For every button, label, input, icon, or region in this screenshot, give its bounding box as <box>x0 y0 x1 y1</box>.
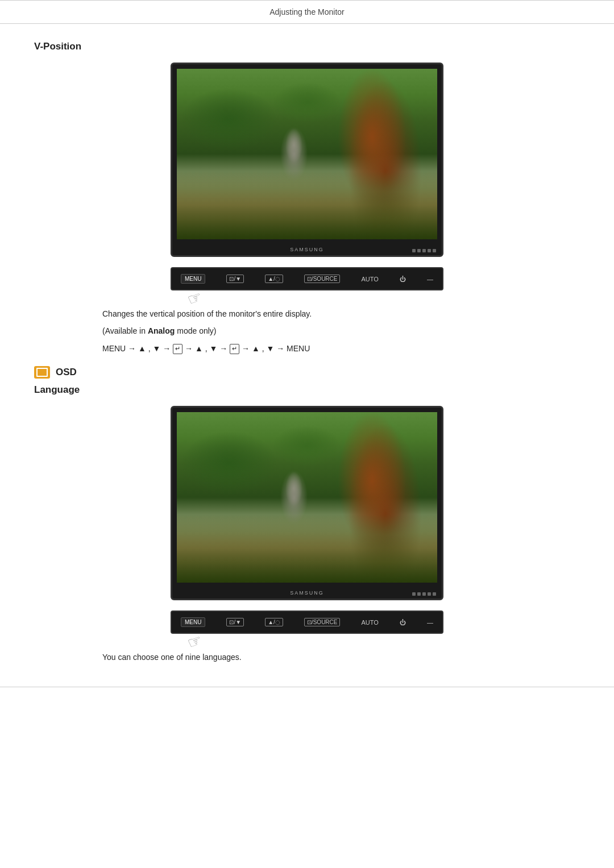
osd-menu-label: MENU <box>185 276 201 282</box>
osd-btn1: ⊡/▼ <box>226 275 244 283</box>
monitor-brand-1: SAMSUNG <box>290 247 324 252</box>
monitor-brand-2: SAMSUNG <box>290 590 324 596</box>
language-section: Language SAMSUNG <box>34 384 580 663</box>
osd-section-icon <box>34 366 50 379</box>
page-footer <box>0 687 614 687</box>
monitor-screen-1 <box>177 69 437 239</box>
osd-menu-btn: MENU <box>181 274 205 284</box>
page-title: Adjusting the Monitor <box>269 7 345 16</box>
osd-btn2: ▲/◌ <box>265 275 283 283</box>
language-heading: Language <box>34 384 580 396</box>
osd-bar-inner-1: MENU ⊡/▼ ▲/◌ ⊡/SOURCE AUTO <box>181 274 433 284</box>
vposition-heading: V-Position <box>34 41 580 52</box>
osd-section-header: OSD <box>34 366 580 379</box>
osd-btn6: — <box>427 276 433 283</box>
vposition-section: V-Position SAMSUNG <box>34 41 580 355</box>
vposition-menu-sequence: MENU → ▲ , ▼ → ↵ → ▲ , ▼ → ↵ → ▲ , ▼ → M… <box>102 342 546 355</box>
osd-bar-wrap-2: MENU ⊡/▼ ▲/◌ ⊡/SOURCE AUTO <box>34 610 580 634</box>
osd-bar-inner-2: MENU ⊡/▼ ▲/◌ ⊡/SOURCE AUTO <box>181 617 433 627</box>
vposition-monitor-image: SAMSUNG <box>34 63 580 257</box>
osd-btn3-icon: ⊡/SOURCE <box>304 275 341 283</box>
osd-menu-label-2: MENU <box>185 619 201 625</box>
language-monitor-image: SAMSUNG <box>34 406 580 600</box>
monitor-frame-2: SAMSUNG <box>171 406 443 600</box>
osd-auto-label-2: AUTO <box>362 619 379 626</box>
monitor-screen-2 <box>177 412 437 583</box>
vposition-desc: Changes the vertical position of the mon… <box>102 308 546 320</box>
vposition-description-block: Changes the vertical position of the mon… <box>102 308 546 355</box>
osd-bar-wrap-1: MENU ⊡/▼ ▲/◌ ⊡/SOURCE AUTO <box>34 267 580 290</box>
osd-btn3-2: ⊡/SOURCE <box>304 618 341 626</box>
osd-btn5: ⏻ <box>400 276 406 283</box>
osd-btn4-2: AUTO <box>362 619 379 626</box>
osd-btn6-2: — <box>427 619 433 626</box>
osd-btn1-2: ⊡/▼ <box>226 618 244 626</box>
monitor-frame-1: SAMSUNG <box>171 63 443 257</box>
osd-bar-2: MENU ⊡/▼ ▲/◌ ⊡/SOURCE AUTO <box>171 610 443 634</box>
osd-btn4: AUTO <box>362 276 379 283</box>
osd-btn2-icon: ▲/◌ <box>265 275 283 283</box>
osd-btn2-icon-2: ▲/◌ <box>265 618 283 626</box>
osd-btn2-2: ▲/◌ <box>265 618 283 626</box>
osd-btn5-2: ⏻ <box>400 619 406 626</box>
osd-power-icon: ⏻ <box>400 276 406 283</box>
osd-btn3: ⊡/SOURCE <box>304 275 341 283</box>
osd-btn3-icon-2: ⊡/SOURCE <box>304 618 341 626</box>
language-desc: You can choose one of nine languages. <box>102 651 546 663</box>
osd-btn1-icon: ⊡/▼ <box>226 275 244 283</box>
nature-scene-2 <box>177 412 437 583</box>
page-header: Adjusting the Monitor <box>0 0 614 24</box>
nature-scene-1 <box>177 69 437 239</box>
monitor-controls-1 <box>412 249 436 252</box>
osd-section-label: OSD <box>56 367 77 378</box>
monitor-controls-2 <box>412 592 436 596</box>
osd-menu-btn-2: MENU <box>181 617 205 627</box>
vposition-analog-note: (Available in Analog mode only) <box>102 325 546 337</box>
enter-icon-2: ↵ <box>230 344 239 354</box>
language-description-block: You can choose one of nine languages. <box>102 651 546 663</box>
enter-icon-1: ↵ <box>173 344 182 354</box>
osd-power-icon-2: ⏻ <box>400 619 406 626</box>
osd-btn1-icon-2: ⊡/▼ <box>226 618 244 626</box>
osd-auto-label: AUTO <box>362 276 379 283</box>
osd-bar-1: MENU ⊡/▼ ▲/◌ ⊡/SOURCE AUTO <box>171 267 443 290</box>
